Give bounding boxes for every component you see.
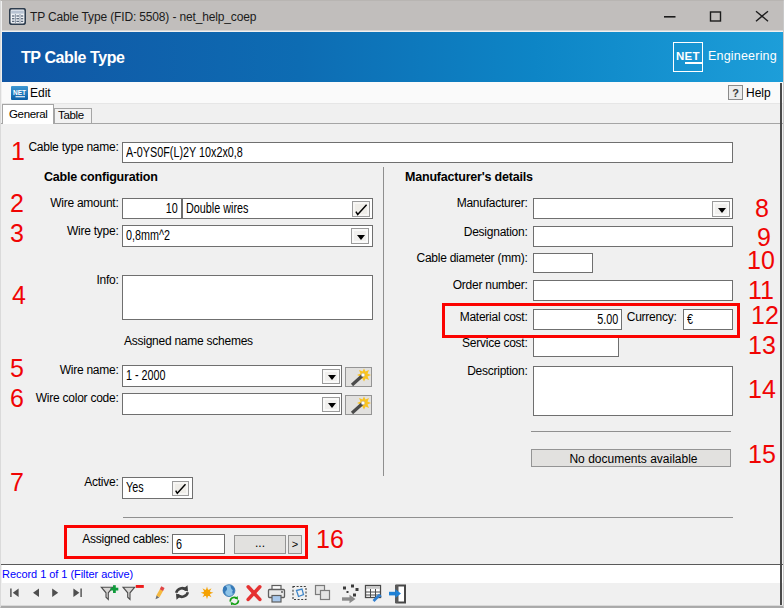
svg-text:?: ?	[732, 87, 739, 99]
svg-text:NET: NET	[13, 89, 26, 96]
